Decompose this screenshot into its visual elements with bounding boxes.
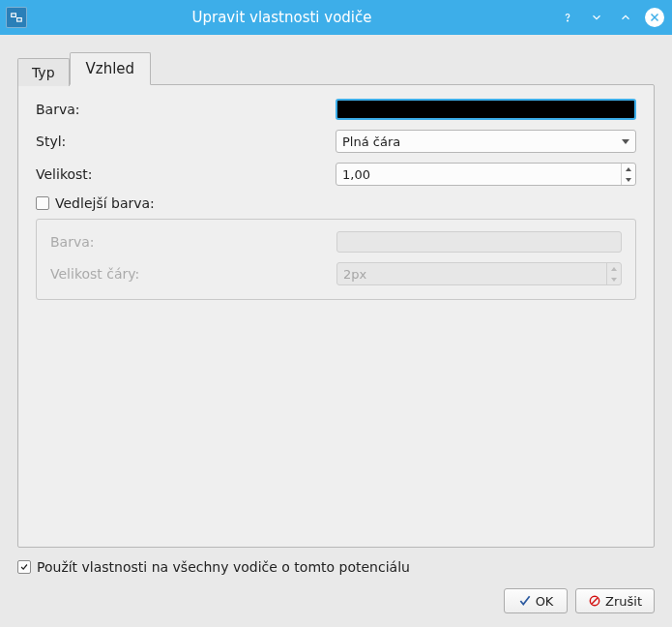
tab-bar: Typ Vzhled — [17, 52, 655, 85]
spin-down-button — [607, 274, 621, 284]
minimize-button[interactable] — [587, 8, 606, 27]
arrow-down-icon — [626, 178, 631, 182]
check-icon — [518, 594, 532, 608]
apply-all-label: Použít vlastnosti na všechny vodiče o to… — [37, 559, 410, 575]
svg-point-2 — [568, 20, 569, 21]
spacer — [36, 310, 636, 529]
dialog-button-row: OK Zrušit — [17, 588, 655, 613]
window-body: Typ Vzhled Barva: Styl: Plná čára Veliko… — [0, 35, 672, 627]
style-value: Plná čára — [342, 134, 622, 149]
spin-up-button — [607, 263, 621, 274]
tab-vzhled[interactable]: Vzhled — [70, 52, 152, 85]
cancel-icon — [588, 594, 601, 608]
size-spinbox[interactable]: 1,00 — [336, 163, 636, 186]
window-title: Upravit vlastnosti vodiče — [6, 9, 558, 26]
window-buttons — [558, 8, 664, 27]
arrow-up-icon — [626, 167, 631, 171]
close-button[interactable] — [645, 8, 664, 27]
row-secondary-color: Barva: — [50, 231, 622, 253]
color-swatch[interactable] — [336, 99, 636, 120]
ok-label: OK — [536, 594, 554, 609]
tab-panel-vzhled: Barva: Styl: Plná čára Velikost: 1,00 — [17, 84, 655, 548]
secondary-color-checkbox-row[interactable]: Vedlejší barva: — [36, 195, 636, 211]
spin-buttons — [606, 263, 621, 284]
row-size: Velikost: 1,00 — [36, 163, 636, 186]
spin-buttons — [621, 164, 635, 185]
style-combobox[interactable]: Plná čára — [336, 130, 636, 153]
spin-down-button[interactable] — [622, 174, 635, 185]
ok-button[interactable]: OK — [504, 588, 568, 613]
spin-up-button[interactable] — [622, 164, 635, 174]
label-secondary-linewidth: Velikost čáry: — [50, 266, 336, 282]
arrow-down-icon — [611, 278, 617, 282]
secondary-linewidth-spinbox: 2px — [336, 262, 622, 285]
apply-all-checkbox-row[interactable]: Použít vlastnosti na všechny vodiče o to… — [17, 559, 655, 575]
label-style: Styl: — [36, 134, 336, 149]
cancel-button[interactable]: Zrušit — [575, 588, 655, 613]
tab-typ[interactable]: Typ — [17, 58, 70, 86]
cancel-label: Zrušit — [605, 594, 642, 609]
apply-all-checkbox[interactable] — [17, 560, 31, 574]
label-color: Barva: — [36, 102, 336, 117]
secondary-group: Barva: Velikost čáry: 2px — [36, 219, 636, 300]
secondary-color-checkbox[interactable] — [36, 196, 49, 210]
secondary-color-label: Vedlejší barva: — [55, 195, 155, 211]
label-secondary-color: Barva: — [50, 234, 336, 250]
size-value: 1,00 — [342, 167, 621, 182]
help-button[interactable] — [558, 8, 577, 27]
secondary-color-swatch — [336, 231, 622, 253]
chevron-down-icon — [622, 139, 629, 144]
secondary-linewidth-value: 2px — [343, 267, 606, 282]
row-style: Styl: Plná čára — [36, 130, 636, 153]
row-color: Barva: — [36, 99, 636, 120]
arrow-up-icon — [611, 267, 617, 271]
row-secondary-linewidth: Velikost čáry: 2px — [50, 262, 622, 285]
label-size: Velikost: — [36, 166, 336, 182]
maximize-button[interactable] — [616, 8, 635, 27]
titlebar: Upravit vlastnosti vodiče — [0, 0, 672, 35]
